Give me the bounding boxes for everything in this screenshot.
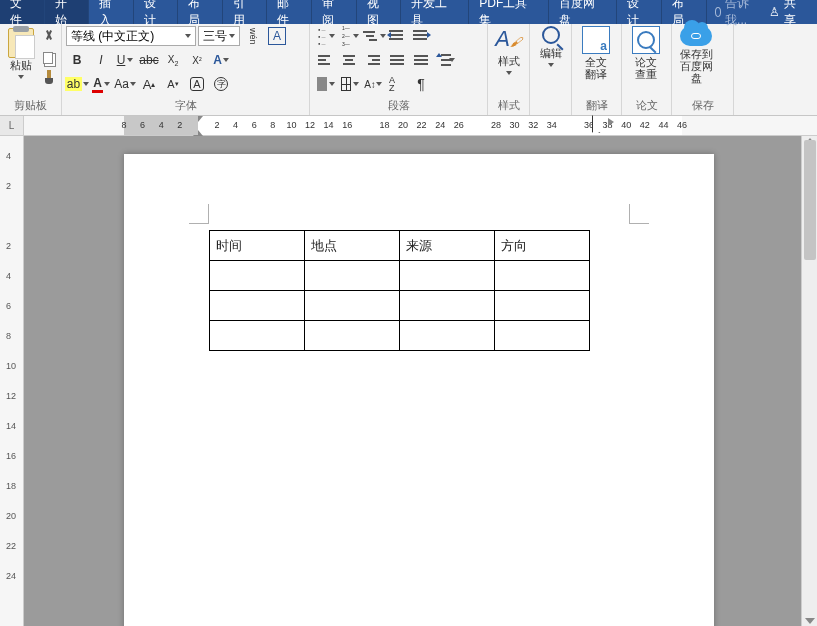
tab-review[interactable]: 审阅	[312, 0, 357, 24]
table-row: 时间 地点 来源 方向	[210, 231, 590, 261]
align-left-button[interactable]	[314, 50, 336, 70]
bulb-icon	[715, 7, 721, 17]
paste-icon[interactable]	[8, 28, 34, 58]
font-family-select[interactable]: 等线 (中文正文)	[66, 26, 196, 46]
tab-references[interactable]: 引用	[223, 0, 268, 24]
table-header-cell[interactable]: 时间	[210, 231, 305, 261]
numbering-button[interactable]: 1—2—3—	[338, 26, 360, 46]
distributed-button[interactable]	[410, 50, 432, 70]
tab-layout2[interactable]: 布局	[662, 0, 707, 24]
share-label: 共享	[784, 0, 807, 29]
thesis-label: 论文 查重	[635, 56, 657, 80]
table-header-cell[interactable]: 方向	[495, 231, 590, 261]
margin-mark-tl	[189, 204, 209, 224]
horizontal-ruler-area: L 86422468101214161820222426283032343638…	[0, 116, 817, 136]
tab-layout[interactable]: 布局	[178, 0, 223, 24]
show-hide-marks-button[interactable]: ¶	[410, 74, 432, 94]
tab-file[interactable]: 文件	[0, 0, 45, 24]
superscript-button[interactable]: X	[186, 50, 208, 70]
clear-formatting-button[interactable]: A	[186, 74, 208, 94]
borders-button[interactable]	[338, 74, 360, 94]
tab-developer[interactable]: 开发工具	[401, 0, 469, 24]
tab-baidu[interactable]: 百度网盘	[549, 0, 617, 24]
thesis-check-button[interactable]: 论文 查重	[626, 26, 666, 80]
group-label-styles: 样式	[492, 98, 525, 115]
table-row	[210, 261, 590, 291]
bullets-button[interactable]: ● —● —● —	[314, 26, 336, 46]
editing-label: 编辑	[540, 46, 562, 61]
align-center-button[interactable]	[338, 50, 360, 70]
change-case-button[interactable]: Aa	[114, 74, 136, 94]
phonetic-guide-button[interactable]: wén	[242, 26, 264, 46]
bold-button[interactable]: B	[66, 50, 88, 70]
increase-indent-button[interactable]	[410, 26, 432, 46]
font-size-select[interactable]: 三号	[198, 26, 240, 46]
align-justify-button[interactable]	[386, 50, 408, 70]
grow-font-button[interactable]: A▴	[138, 74, 160, 94]
decrease-indent-button[interactable]	[386, 26, 408, 46]
font-size-value: 三号	[203, 28, 227, 45]
group-label-paragraph: 段落	[314, 98, 483, 115]
group-label-clipboard: 剪贴板	[4, 98, 57, 115]
italic-button[interactable]: I	[90, 50, 112, 70]
table-row	[210, 291, 590, 321]
text-effects-button[interactable]: A	[210, 50, 232, 70]
find-icon	[542, 26, 560, 44]
font-family-value: 等线 (中文正文)	[71, 28, 154, 45]
tab-view[interactable]: 视图	[357, 0, 402, 24]
group-label-font: 字体	[66, 98, 305, 115]
translate-icon	[582, 26, 610, 54]
scrollbar-thumb[interactable]	[804, 140, 816, 260]
scroll-down-icon[interactable]	[805, 616, 815, 626]
shrink-font-button[interactable]: A▾	[162, 74, 184, 94]
format-painter-icon[interactable]	[41, 70, 57, 86]
group-styles: A🖌 样式 样式	[488, 24, 530, 115]
strikethrough-button[interactable]: abc	[138, 50, 160, 70]
shading-button[interactable]	[314, 74, 336, 94]
subscript-button[interactable]: X2	[162, 50, 184, 70]
line-spacing-button[interactable]	[434, 50, 456, 70]
find-button[interactable]: 编辑	[534, 26, 567, 67]
styles-button[interactable]: A🖌 样式	[492, 26, 525, 75]
cloud-icon	[680, 26, 712, 46]
tab-home[interactable]: 开始	[45, 0, 90, 24]
group-label-savecloud: 保存	[676, 98, 729, 115]
vertical-ruler[interactable]: 4224681012141618202224	[0, 136, 24, 626]
align-right-button[interactable]	[362, 50, 384, 70]
horizontal-ruler[interactable]: 8642246810121416182022242628303234363840…	[24, 116, 817, 135]
table-header-cell[interactable]: 地点	[305, 231, 400, 261]
share-button[interactable]: ♙ 共享	[759, 0, 817, 24]
enclose-characters-button[interactable]: 字	[210, 74, 232, 94]
tab-design[interactable]: 设计	[134, 0, 179, 24]
document-area[interactable]: 时间 地点 来源 方向	[24, 136, 801, 626]
save-cloud-label: 保存到 百度网盘	[676, 48, 716, 84]
tab-insert[interactable]: 插入	[89, 0, 134, 24]
paste-dropdown[interactable]	[18, 75, 24, 79]
font-color-button[interactable]: A	[90, 74, 112, 94]
highlight-button[interactable]: ab	[66, 74, 88, 94]
cut-icon[interactable]	[41, 30, 57, 46]
text-direction-button[interactable]: A↕	[362, 74, 384, 94]
underline-button[interactable]: U	[114, 50, 136, 70]
tab-pdf[interactable]: PDF工具集	[469, 0, 549, 24]
tab-mail[interactable]: 邮件	[267, 0, 312, 24]
character-border-button[interactable]: A	[266, 26, 288, 46]
group-label-translate: 翻译	[576, 98, 617, 115]
multilevel-list-button[interactable]	[362, 26, 384, 46]
styles-icon: A🖌	[495, 26, 522, 52]
save-to-cloud-button[interactable]: 保存到 百度网盘	[676, 26, 716, 84]
sort-button[interactable]	[386, 74, 408, 94]
workspace: 4224681012141618202224 时间 地点 来源 方向	[0, 136, 817, 626]
group-thesis: 论文 查重 论文	[622, 24, 672, 115]
person-icon: ♙	[769, 5, 780, 19]
translate-button[interactable]: 全文 翻译	[576, 26, 616, 80]
copy-icon[interactable]	[43, 52, 53, 64]
tab-design2[interactable]: 设计	[617, 0, 662, 24]
group-label-thesis: 论文	[626, 98, 667, 115]
paste-label[interactable]: 粘贴	[10, 58, 32, 73]
tell-me-search[interactable]: 告诉我...	[707, 0, 759, 24]
ruler-corner[interactable]: L	[0, 116, 24, 135]
vertical-scrollbar[interactable]	[801, 136, 817, 626]
document-table[interactable]: 时间 地点 来源 方向	[209, 230, 590, 351]
table-header-cell[interactable]: 来源	[400, 231, 495, 261]
